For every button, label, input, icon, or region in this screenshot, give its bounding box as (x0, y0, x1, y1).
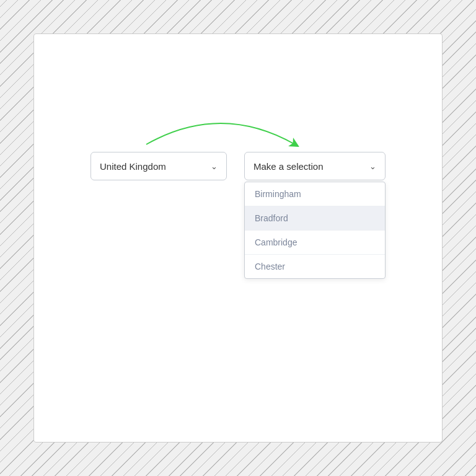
city-item-birmingham[interactable]: Birmingham (245, 182, 385, 206)
country-chevron-icon: ⌄ (211, 162, 218, 171)
city-item-cambridge[interactable]: Cambridge (245, 231, 385, 255)
dependency-arrow (121, 108, 320, 149)
city-item-bradford[interactable]: Bradford (245, 206, 385, 231)
country-dropdown[interactable]: United Kingdom ⌄ (90, 152, 227, 180)
city-dropdown-button[interactable]: Make a selection ⌄ (244, 152, 386, 180)
main-card: United Kingdom ⌄ Make a selection ⌄ Birm… (33, 33, 443, 443)
city-dropdown-placeholder: Make a selection (253, 161, 324, 172)
city-dropdown-panel: Birmingham Bradford Cambridge Chester (244, 182, 386, 279)
dropdowns-wrapper: United Kingdom ⌄ Make a selection ⌄ Birm… (90, 152, 386, 180)
city-item-chester[interactable]: Chester (245, 255, 385, 278)
country-dropdown-button[interactable]: United Kingdom ⌄ (90, 152, 227, 180)
city-dropdown[interactable]: Make a selection ⌄ Birmingham Bradford C… (244, 152, 386, 180)
city-chevron-icon: ⌄ (369, 162, 376, 171)
country-dropdown-label: United Kingdom (100, 161, 166, 172)
